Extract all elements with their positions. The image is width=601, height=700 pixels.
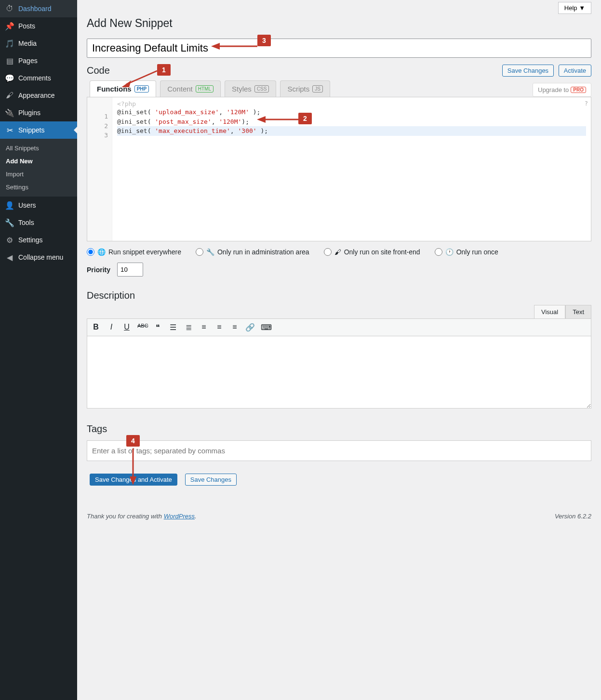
- sidebar-item-label: Plugins: [18, 109, 40, 117]
- gauge-icon: ⏱: [5, 4, 14, 13]
- description-textarea[interactable]: [87, 336, 591, 409]
- quote-button[interactable]: ❝: [153, 323, 162, 332]
- save-changes-button[interactable]: Save Changes: [502, 65, 554, 77]
- sidebar-item-media[interactable]: 🎵Media: [0, 35, 77, 52]
- sidebar-item-label: Tools: [18, 219, 34, 226]
- sidebar-submenu: All Snippets Add New Import Settings: [0, 139, 77, 197]
- tags-input[interactable]: [87, 440, 591, 461]
- callout-3: 3: [257, 35, 271, 46]
- sidebar-item-label: Snippets: [18, 126, 44, 134]
- page-icon: ▤: [5, 56, 14, 66]
- footer: Thank you for creating with WordPress. V…: [87, 513, 591, 520]
- code-line: @ini_set( 'post_max_size', '120M');: [117, 117, 586, 127]
- svg-marker-7: [130, 476, 136, 485]
- sidebar-item-label: Collapse menu: [18, 253, 63, 261]
- sidebar-item-tools[interactable]: 🔧Tools: [0, 214, 77, 231]
- sidebar-item-pages[interactable]: ▤Pages: [0, 52, 77, 69]
- ol-button[interactable]: ≣: [184, 323, 193, 332]
- media-icon: 🎵: [5, 39, 14, 48]
- align-left-button[interactable]: ≡: [199, 323, 209, 332]
- svg-marker-5: [257, 116, 266, 123]
- sidebar-item-label: Media: [18, 40, 37, 47]
- desc-visual-tab[interactable]: Visual: [534, 305, 565, 318]
- sliders-icon: ⚙: [5, 235, 14, 245]
- callout-4: 4: [126, 435, 140, 447]
- run-label: Only run once: [456, 248, 498, 256]
- callout-1: 1: [157, 64, 171, 76]
- sidebar-item-dashboard[interactable]: ⏱Dashboard: [0, 0, 77, 17]
- sidebar-item-label: Settings: [18, 236, 43, 244]
- submenu-all-snippets[interactable]: All Snippets: [0, 142, 77, 155]
- bold-button[interactable]: B: [91, 323, 101, 332]
- sidebar-item-posts[interactable]: 📌Posts: [0, 17, 77, 35]
- pro-badge: PRO: [571, 87, 586, 93]
- underline-button[interactable]: U: [122, 323, 132, 332]
- sidebar-item-label: Comments: [18, 74, 51, 82]
- sidebar-item-comments[interactable]: 💬Comments: [0, 69, 77, 87]
- code-editor[interactable]: 1 2 3 <?php @ini_set( 'upload_max_size',…: [87, 97, 591, 241]
- pin-icon: 📌: [5, 21, 14, 31]
- submenu-import[interactable]: Import: [0, 168, 77, 181]
- svg-line-2: [126, 71, 157, 84]
- editor-toolbar: B I U ABC ❝ ☰ ≣ ≡ ≡ ≡ 🔗 ⌨: [87, 318, 591, 336]
- plug-icon: 🔌: [5, 108, 14, 118]
- submenu-add-new[interactable]: Add New: [0, 155, 77, 168]
- tab-scripts[interactable]: ScriptsJS: [280, 80, 330, 97]
- wordpress-link[interactable]: WordPress: [164, 513, 195, 520]
- desc-text-tab[interactable]: Text: [565, 305, 591, 318]
- sidebar-item-snippets[interactable]: ✂Snippets: [0, 121, 77, 139]
- align-center-button[interactable]: ≡: [214, 323, 224, 332]
- upgrade-label: Upgrade to: [538, 86, 569, 93]
- collapse-icon: ◀: [5, 252, 14, 262]
- submenu-settings[interactable]: Settings: [0, 181, 77, 194]
- ul-button[interactable]: ☰: [168, 323, 178, 332]
- run-everywhere[interactable]: 🌐Run snippet everywhere: [87, 248, 181, 256]
- help-button[interactable]: Help ▼: [558, 2, 591, 14]
- run-admin[interactable]: 🔧Only run in administration area: [196, 248, 309, 256]
- sidebar-item-appearance[interactable]: 🖌Appearance: [0, 87, 77, 104]
- code-area[interactable]: <?php @ini_set( 'upload_max_size', '120M…: [112, 97, 591, 241]
- priority-label: Priority: [87, 266, 110, 274]
- italic-button[interactable]: I: [107, 323, 116, 332]
- admin-sidebar: ⏱Dashboard 📌Posts 🎵Media ▤Pages 💬Comment…: [0, 0, 77, 700]
- sidebar-item-label: Pages: [18, 57, 38, 65]
- sidebar-item-users[interactable]: 👤Users: [0, 197, 77, 214]
- editor-help[interactable]: ?: [585, 100, 588, 107]
- radio-frontend[interactable]: [324, 248, 332, 256]
- run-scope-options: 🌐Run snippet everywhere 🔧Only run in adm…: [87, 248, 591, 256]
- link-button[interactable]: 🔗: [245, 323, 255, 332]
- version-text: Version 6.2.2: [555, 513, 591, 520]
- callout-2: 2: [298, 113, 312, 124]
- page-title: Add New Snippet: [87, 17, 591, 30]
- keyboard-button[interactable]: ⌨: [261, 323, 270, 332]
- run-label: Run snippet everywhere: [108, 248, 181, 256]
- footer-text: Thank you for creating with: [87, 513, 164, 520]
- save-button[interactable]: Save Changes: [185, 474, 237, 486]
- globe-icon: 🌐: [97, 248, 106, 256]
- run-frontend[interactable]: 🖌Only run on site front-end: [324, 248, 420, 256]
- radio-once[interactable]: [435, 248, 442, 256]
- snippet-title-input[interactable]: [87, 39, 591, 58]
- radio-admin[interactable]: [196, 248, 203, 256]
- footer-text: .: [195, 513, 197, 520]
- tab-label: Content: [167, 85, 193, 93]
- priority-input[interactable]: [117, 263, 143, 277]
- sidebar-collapse[interactable]: ◀Collapse menu: [0, 249, 77, 266]
- activate-button[interactable]: Activate: [559, 65, 591, 77]
- sidebar-item-label: Appearance: [18, 92, 55, 99]
- sidebar-item-label: Users: [18, 201, 36, 209]
- sidebar-item-plugins[interactable]: 🔌Plugins: [0, 104, 77, 121]
- scissors-icon: ✂: [5, 125, 14, 135]
- sidebar-item-settings[interactable]: ⚙Settings: [0, 231, 77, 249]
- radio-everywhere[interactable]: [87, 248, 94, 256]
- description-heading: Description: [87, 290, 591, 301]
- line-number: 1: [87, 112, 108, 121]
- tab-styles[interactable]: StylesCSS: [225, 80, 276, 97]
- strike-button[interactable]: ABC: [137, 323, 147, 332]
- align-right-button[interactable]: ≡: [230, 323, 240, 332]
- tab-content[interactable]: ContentHTML: [160, 80, 221, 97]
- run-once[interactable]: 🕐Only run once: [435, 248, 498, 256]
- tab-badge: CSS: [254, 85, 269, 92]
- upgrade-pro-button[interactable]: Upgrade toPRO: [533, 83, 591, 97]
- svg-marker-1: [211, 43, 220, 50]
